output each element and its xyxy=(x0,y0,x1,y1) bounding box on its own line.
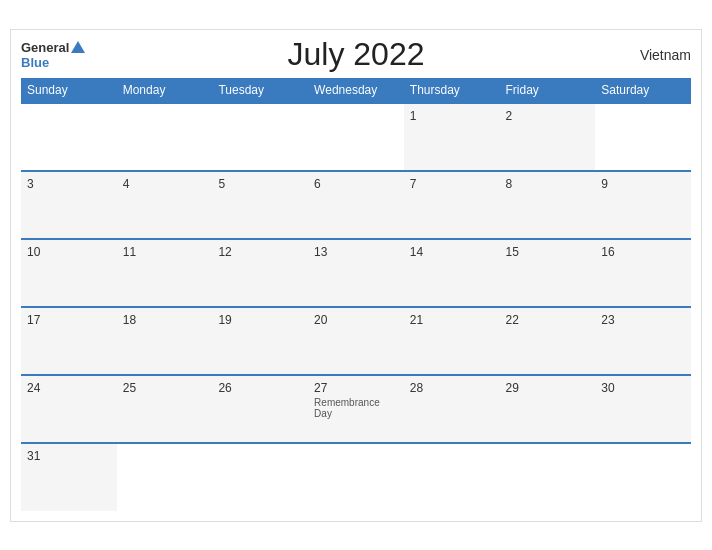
day-number: 3 xyxy=(27,177,111,191)
logo-triangle-icon xyxy=(71,41,85,53)
weekday-header: Thursday xyxy=(404,78,500,103)
calendar-day-cell: 18 xyxy=(117,307,213,375)
day-number: 30 xyxy=(601,381,685,395)
calendar-week-row: 3456789 xyxy=(21,171,691,239)
logo-general-text: General xyxy=(21,40,69,55)
day-number: 22 xyxy=(506,313,590,327)
calendar-day-cell: 12 xyxy=(212,239,308,307)
day-number: 15 xyxy=(506,245,590,259)
calendar-day-cell: 13 xyxy=(308,239,404,307)
calendar-day-cell xyxy=(212,443,308,511)
weekday-header: Wednesday xyxy=(308,78,404,103)
calendar-day-cell xyxy=(308,443,404,511)
calendar-day-cell xyxy=(21,103,117,171)
calendar-day-cell: 19 xyxy=(212,307,308,375)
weekday-header: Monday xyxy=(117,78,213,103)
calendar-day-cell: 1 xyxy=(404,103,500,171)
calendar-day-cell: 29 xyxy=(500,375,596,443)
calendar-grid: SundayMondayTuesdayWednesdayThursdayFrid… xyxy=(21,78,691,511)
calendar-day-cell: 25 xyxy=(117,375,213,443)
event-label: Remembrance Day xyxy=(314,397,398,419)
day-number: 13 xyxy=(314,245,398,259)
calendar-day-cell xyxy=(500,443,596,511)
day-number: 14 xyxy=(410,245,494,259)
calendar-body: 1234567891011121314151617181920212223242… xyxy=(21,103,691,511)
calendar-day-cell: 22 xyxy=(500,307,596,375)
calendar-day-cell xyxy=(117,443,213,511)
day-number: 7 xyxy=(410,177,494,191)
calendar-day-cell xyxy=(595,443,691,511)
calendar-day-cell: 28 xyxy=(404,375,500,443)
weekday-header: Friday xyxy=(500,78,596,103)
calendar-day-cell: 23 xyxy=(595,307,691,375)
calendar-day-cell xyxy=(595,103,691,171)
calendar-day-cell: 11 xyxy=(117,239,213,307)
calendar-week-row: 12 xyxy=(21,103,691,171)
day-number: 17 xyxy=(27,313,111,327)
day-number: 6 xyxy=(314,177,398,191)
day-number: 26 xyxy=(218,381,302,395)
day-number: 29 xyxy=(506,381,590,395)
day-number: 4 xyxy=(123,177,207,191)
calendar-header: General Blue July 2022 Vietnam xyxy=(21,40,691,70)
title-area: July 2022 xyxy=(288,36,425,73)
day-number: 21 xyxy=(410,313,494,327)
calendar-day-cell xyxy=(404,443,500,511)
day-number: 9 xyxy=(601,177,685,191)
day-number: 24 xyxy=(27,381,111,395)
weekday-header: Sunday xyxy=(21,78,117,103)
calendar-day-cell: 17 xyxy=(21,307,117,375)
day-number: 18 xyxy=(123,313,207,327)
calendar-day-cell: 2 xyxy=(500,103,596,171)
country-label: Vietnam xyxy=(640,47,691,63)
calendar-day-cell: 24 xyxy=(21,375,117,443)
day-number: 31 xyxy=(27,449,111,463)
day-number: 27 xyxy=(314,381,398,395)
calendar-day-cell: 26 xyxy=(212,375,308,443)
calendar-thead: SundayMondayTuesdayWednesdayThursdayFrid… xyxy=(21,78,691,103)
calendar-day-cell: 3 xyxy=(21,171,117,239)
calendar-day-cell: 10 xyxy=(21,239,117,307)
day-number: 10 xyxy=(27,245,111,259)
calendar-day-cell: 6 xyxy=(308,171,404,239)
calendar-week-row: 10111213141516 xyxy=(21,239,691,307)
calendar-week-row: 24252627Remembrance Day282930 xyxy=(21,375,691,443)
calendar-wrapper: General Blue July 2022 Vietnam SundayMon… xyxy=(10,29,702,522)
calendar-day-cell xyxy=(212,103,308,171)
day-number: 1 xyxy=(410,109,494,123)
calendar-day-cell: 30 xyxy=(595,375,691,443)
calendar-day-cell xyxy=(308,103,404,171)
calendar-week-row: 17181920212223 xyxy=(21,307,691,375)
day-number: 8 xyxy=(506,177,590,191)
calendar-day-cell: 15 xyxy=(500,239,596,307)
day-number: 23 xyxy=(601,313,685,327)
day-number: 5 xyxy=(218,177,302,191)
calendar-day-cell: 21 xyxy=(404,307,500,375)
weekday-header-row: SundayMondayTuesdayWednesdayThursdayFrid… xyxy=(21,78,691,103)
calendar-day-cell: 7 xyxy=(404,171,500,239)
calendar-day-cell: 9 xyxy=(595,171,691,239)
calendar-day-cell: 16 xyxy=(595,239,691,307)
day-number: 25 xyxy=(123,381,207,395)
day-number: 19 xyxy=(218,313,302,327)
calendar-day-cell: 14 xyxy=(404,239,500,307)
calendar-day-cell: 8 xyxy=(500,171,596,239)
day-number: 2 xyxy=(506,109,590,123)
calendar-day-cell: 20 xyxy=(308,307,404,375)
calendar-day-cell: 31 xyxy=(21,443,117,511)
day-number: 12 xyxy=(218,245,302,259)
calendar-title: July 2022 xyxy=(288,36,425,73)
calendar-day-cell: 4 xyxy=(117,171,213,239)
weekday-header: Saturday xyxy=(595,78,691,103)
calendar-week-row: 31 xyxy=(21,443,691,511)
weekday-header: Tuesday xyxy=(212,78,308,103)
logo-area: General Blue xyxy=(21,40,85,70)
calendar-day-cell xyxy=(117,103,213,171)
day-number: 28 xyxy=(410,381,494,395)
calendar-day-cell: 5 xyxy=(212,171,308,239)
day-number: 11 xyxy=(123,245,207,259)
calendar-day-cell: 27Remembrance Day xyxy=(308,375,404,443)
logo-blue-text: Blue xyxy=(21,55,49,70)
day-number: 20 xyxy=(314,313,398,327)
day-number: 16 xyxy=(601,245,685,259)
